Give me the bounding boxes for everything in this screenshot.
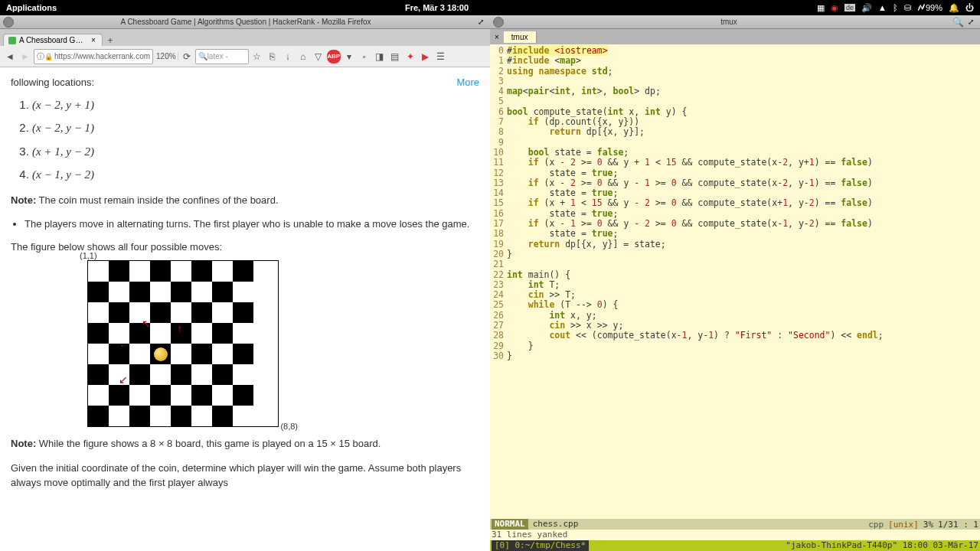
chess-square bbox=[212, 385, 233, 406]
window-close-button[interactable] bbox=[3, 17, 14, 28]
chess-square bbox=[191, 323, 212, 344]
chess-square bbox=[88, 261, 109, 282]
note-1: Note: The coin must remain inside the co… bbox=[11, 193, 479, 208]
abp-icon[interactable]: ABP bbox=[327, 50, 341, 64]
outro-text: Given the initial coordinate of the coin… bbox=[11, 461, 479, 491]
chess-square bbox=[171, 364, 191, 385]
ext1-icon[interactable]: ▾ bbox=[342, 50, 356, 64]
clock[interactable]: Fre, Mär 3 18:00 bbox=[57, 3, 817, 12]
chess-square bbox=[88, 344, 109, 364]
chess-square bbox=[212, 302, 233, 323]
terminal-window: tmux 🔍 ⤢ × tmux 0#include <iostream> 1#i… bbox=[490, 15, 980, 551]
reload-button[interactable]: ⟳ bbox=[180, 50, 194, 64]
arrow-3: ← bbox=[119, 337, 129, 354]
home-icon[interactable]: ⌂ bbox=[296, 50, 310, 64]
chess-square bbox=[129, 364, 150, 385]
ext4-icon[interactable]: ▤ bbox=[388, 50, 402, 64]
system-tray: ▦ ◉ de 🔊 ▲ ᛒ ⛁ 🗲 99% 🔔 ⏻ bbox=[817, 3, 974, 13]
terminal-close-button[interactable] bbox=[493, 17, 504, 28]
search-engine-icon[interactable]: 🔍 bbox=[198, 52, 207, 60]
ext6-icon[interactable]: ▶ bbox=[419, 50, 433, 64]
chess-square bbox=[191, 364, 212, 385]
firefox-titlebar: A Chessboard Game | Algorithms Question … bbox=[0, 15, 490, 29]
firefox-toolbar: ◄ ► ⓘ 🔒 https://www.hackerrank.com 120% … bbox=[0, 46, 490, 67]
tray-volume-icon[interactable]: 🔊 bbox=[861, 3, 872, 13]
tab-close-button[interactable]: × bbox=[90, 36, 97, 44]
chess-square bbox=[88, 406, 109, 426]
identity-icon[interactable]: ⓘ bbox=[37, 51, 44, 62]
applications-menu[interactable]: Applications bbox=[6, 3, 57, 12]
tmux-window[interactable]: [0] 0:~/tmp/Chess* bbox=[492, 540, 589, 551]
chess-square bbox=[129, 385, 150, 406]
coin-icon bbox=[154, 347, 168, 361]
more-link[interactable]: More bbox=[456, 75, 479, 90]
chess-square bbox=[150, 406, 171, 426]
ext2-icon[interactable]: ▫ bbox=[358, 50, 371, 64]
terminal-tab[interactable]: tmux bbox=[504, 31, 537, 43]
chess-square bbox=[150, 323, 171, 344]
downloads-icon[interactable]: ↓ bbox=[281, 50, 295, 64]
chess-square bbox=[233, 385, 253, 406]
tab-title: A Chessboard Game | Al… bbox=[19, 36, 87, 44]
tmux-host: "jakob-ThinkPad-T440p" 18:00 03-Mär-17 bbox=[786, 540, 978, 551]
chess-square bbox=[150, 282, 171, 302]
menu-icon[interactable]: ☰ bbox=[434, 50, 448, 64]
terminal-titlebar: tmux 🔍 ⤢ bbox=[490, 15, 980, 29]
tray-notification-icon[interactable]: 🔔 bbox=[949, 3, 959, 13]
chess-square bbox=[171, 261, 191, 282]
chessboard-figure: (1,1) ↖ ↑ ← ↙ (8,8) bbox=[87, 260, 279, 427]
move-3: (x + 1, y − 2) bbox=[32, 143, 479, 161]
chess-square bbox=[88, 323, 109, 344]
zoom-indicator[interactable]: 120% bbox=[155, 52, 178, 60]
arrow-1: ↖ bbox=[142, 316, 151, 332]
ext3-icon[interactable]: ◨ bbox=[373, 50, 387, 64]
chess-square bbox=[129, 344, 150, 364]
chess-square bbox=[88, 364, 109, 385]
desktop-menubar: Applications Fre, Mär 3 18:00 ▦ ◉ de 🔊 ▲… bbox=[0, 0, 980, 15]
forward-button[interactable]: ► bbox=[18, 50, 32, 64]
note-2: Note: While the figure shows a 8 × 8 boa… bbox=[11, 436, 479, 452]
terminal-search-icon[interactable]: 🔍 bbox=[951, 15, 965, 29]
chess-square bbox=[109, 385, 129, 406]
tray-screenshot-icon[interactable]: ▦ bbox=[817, 3, 825, 13]
moves-list: (x − 2, y + 1) (x − 2, y − 1) (x + 1, y … bbox=[32, 96, 479, 184]
page-content[interactable]: More following locations: (x − 2, y + 1)… bbox=[0, 67, 490, 551]
window-maximize-button[interactable]: ⤢ bbox=[478, 18, 487, 27]
chess-square bbox=[191, 344, 212, 364]
vim-mode: NORMAL bbox=[492, 519, 528, 530]
terminal-title: tmux bbox=[507, 18, 951, 26]
chess-square bbox=[212, 323, 233, 344]
chess-square bbox=[129, 282, 150, 302]
chess-square bbox=[212, 406, 233, 426]
chess-square bbox=[150, 302, 171, 323]
library-icon[interactable]: ⎘ bbox=[266, 50, 279, 64]
tray-hdd-icon[interactable]: ⛁ bbox=[904, 3, 911, 13]
terminal-tab-close[interactable]: × bbox=[490, 31, 504, 43]
bookmark-star-icon[interactable]: ☆ bbox=[250, 50, 264, 64]
vim-message: 31 lines yanked bbox=[490, 530, 980, 540]
chess-square bbox=[171, 282, 191, 302]
new-tab-button[interactable]: + bbox=[103, 35, 118, 46]
tray-power-icon[interactable]: ⏻ bbox=[965, 3, 974, 12]
search-bar[interactable]: 🔍 latex - bbox=[195, 49, 249, 64]
chess-square bbox=[233, 344, 253, 364]
tray-battery[interactable]: 🗲 99% bbox=[917, 3, 942, 12]
back-button[interactable]: ◄ bbox=[3, 50, 17, 64]
terminal-maximize-button[interactable]: ⤢ bbox=[968, 18, 977, 27]
rule-bullet: The players move in alternating turns. T… bbox=[24, 217, 479, 232]
vim-editor[interactable]: 0#include <iostream> 1#include <map> 2us… bbox=[490, 44, 980, 519]
tray-network-icon[interactable]: ▲ bbox=[878, 3, 887, 12]
chess-square bbox=[212, 282, 233, 302]
firefox-window: A Chessboard Game | Algorithms Question … bbox=[0, 15, 490, 551]
browser-tab[interactable]: A Chessboard Game | Al… × bbox=[3, 34, 103, 46]
tray-keyboard-icon[interactable]: de bbox=[844, 4, 855, 11]
arrow-2: ↑ bbox=[177, 321, 182, 337]
tray-bluetooth-icon[interactable]: ᛒ bbox=[893, 3, 898, 12]
chess-square bbox=[233, 406, 253, 426]
pocket-icon[interactable]: ▽ bbox=[312, 50, 325, 64]
intro-text: following locations: bbox=[11, 75, 479, 90]
ext5-icon[interactable]: ✦ bbox=[403, 50, 417, 64]
tab-favicon bbox=[8, 37, 16, 44]
url-bar[interactable]: ⓘ 🔒 https://www.hackerrank.com bbox=[34, 49, 153, 64]
tray-record-icon[interactable]: ◉ bbox=[831, 3, 838, 13]
